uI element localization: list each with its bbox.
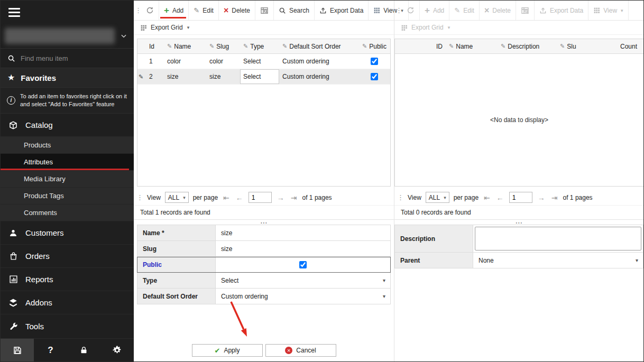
column-header-count[interactable]: Count (601, 39, 643, 53)
app-window: ★ Favorites i To add an item to favorite… (0, 0, 644, 362)
next-page-button[interactable]: → (537, 194, 546, 201)
sidebar-bottom-settings[interactable] (100, 339, 134, 361)
edit-button[interactable]: ✎ Edit (189, 1, 219, 20)
export-icon (319, 7, 327, 14)
table-row-selected[interactable]: ✎ 2 size size Select Custom ordering (137, 69, 390, 85)
refresh-button-disabled[interactable] (402, 1, 420, 20)
caret-down-icon: ▾ (383, 293, 385, 299)
sidebar-item-reports[interactable]: Reports (1, 268, 134, 291)
sidebar-item-tools[interactable]: Tools (1, 314, 134, 338)
toolbar-drag-handle[interactable]: ⋮ (396, 1, 402, 20)
add-button[interactable]: + Add (159, 1, 189, 20)
sort-field-value: Custom ordering (221, 293, 268, 300)
column-header-type[interactable]: ✎Type (240, 39, 279, 53)
sidebar-item-products[interactable]: Products (1, 137, 134, 154)
page-number-input[interactable] (249, 192, 272, 203)
add-button-disabled[interactable]: + Add (420, 1, 449, 20)
sidebar-item-customers[interactable]: Customers (1, 221, 134, 245)
public-checkbox[interactable] (371, 58, 378, 65)
pencil-icon: ✎ (243, 43, 248, 49)
next-page-button[interactable]: → (276, 194, 286, 201)
addons-label: Addons (25, 298, 52, 307)
column-header-slug[interactable]: ✎Slu (557, 39, 601, 53)
page-size-select[interactable]: ALL ▾ (426, 192, 449, 203)
type-cell-editor[interactable]: Select (240, 69, 279, 84)
sort-field-dropdown[interactable]: Custom ordering ▾ (216, 289, 390, 304)
column-header-slug[interactable]: ✎Slug (206, 39, 240, 53)
of-pages-label: of 1 pages (302, 194, 332, 201)
toolbar-drag-handle[interactable]: ⋮ (135, 1, 141, 20)
slug-field[interactable]: size (216, 241, 390, 256)
column-header-default-sort-order[interactable]: ✎Default Sort Order (279, 39, 358, 53)
first-page-button[interactable]: ⇤ (222, 194, 231, 201)
search-button[interactable]: Search (274, 1, 315, 20)
form-row-name: Name * size (137, 225, 391, 241)
pager-drag-handle[interactable]: ⋮ (398, 193, 403, 201)
sidebar-bottom-lock[interactable] (67, 339, 100, 361)
name-field[interactable]: size (216, 225, 390, 240)
table-search-icon (521, 6, 529, 15)
panel-splitter-handle[interactable]: ⋯ (394, 220, 643, 225)
export-icon (539, 7, 547, 14)
last-page-button[interactable]: ⇥ (290, 194, 298, 201)
column-header-name[interactable]: ✎Name (446, 39, 498, 53)
column-header-id[interactable]: ID (395, 39, 446, 53)
sidebar-bottom-save[interactable] (1, 339, 34, 361)
column-header-id[interactable]: Id (146, 39, 164, 53)
column-header-description[interactable]: ✎Description (498, 39, 557, 53)
column-header-name[interactable]: ✎Name (164, 39, 206, 53)
sidebar-item-catalog[interactable]: Catalog (1, 114, 134, 137)
floppy-icon (13, 346, 22, 355)
type-field-dropdown[interactable]: Select ▾ (216, 273, 390, 288)
page-size-select[interactable]: ALL ▾ (165, 192, 189, 203)
sidebar: ★ Favorites i To add an item to favorite… (1, 1, 134, 361)
prev-page-button[interactable]: ← (235, 194, 244, 201)
export-grid-label: Export Grid (151, 24, 183, 31)
public-checkbox[interactable] (371, 73, 378, 80)
refresh-button[interactable] (141, 1, 159, 20)
hamburger-menu-icon[interactable] (8, 6, 20, 19)
prev-page-button[interactable]: ← (495, 194, 505, 201)
favorites-header[interactable]: ★ Favorites (1, 68, 134, 87)
delete-button-disabled[interactable]: × Delete (480, 1, 516, 20)
description-field[interactable] (473, 225, 643, 252)
cell-type-editing[interactable]: Select (240, 69, 279, 84)
panel-splitter-handle[interactable]: ⋯ (134, 220, 394, 225)
edit-button-disabled[interactable]: ✎ Edit (449, 1, 480, 20)
last-page-button[interactable]: ⇥ (550, 194, 559, 201)
table-row[interactable]: 1 color color Select Custom ordering (137, 54, 390, 69)
pager-drag-handle[interactable]: ⋮ (137, 193, 143, 201)
sidebar-item-addons[interactable]: Addons (1, 291, 134, 314)
parent-field-dropdown[interactable]: None ▾ (473, 253, 643, 268)
sidebar-bottom-help[interactable]: ? (34, 339, 67, 361)
export-grid-button-disabled[interactable]: Export Grid ▾ (394, 21, 643, 35)
menu-search (1, 48, 134, 68)
public-field (216, 257, 390, 272)
sidebar-item-media-library[interactable]: Media Library (1, 171, 134, 188)
delete-button[interactable]: × Delete (219, 1, 255, 20)
view-button-disabled[interactable]: View ▾ (588, 1, 628, 20)
edit-label: Edit (203, 7, 214, 14)
export-data-button-disabled[interactable]: Export Data (535, 1, 588, 20)
cell-id: 2 (146, 69, 164, 84)
column-header-public[interactable]: ✎Public (358, 39, 390, 53)
description-textarea[interactable] (475, 227, 641, 250)
cancel-button[interactable]: × Cancel (265, 344, 336, 357)
sidebar-item-product-tags[interactable]: Product Tags (1, 188, 134, 205)
first-page-button[interactable]: ⇤ (483, 194, 491, 201)
description-header-label: Description (508, 43, 539, 50)
menu-search-input[interactable] (21, 54, 127, 62)
export-grid-button[interactable]: Export Grid ▾ (134, 21, 394, 35)
sidebar-item-attributes[interactable]: Attributes (1, 154, 134, 171)
grid-filter-button[interactable] (255, 1, 274, 20)
sidebar-item-comments[interactable]: Comments (1, 205, 134, 221)
grid-filter-button-disabled[interactable] (516, 1, 535, 20)
orders-icon (8, 252, 19, 261)
page-number-input[interactable] (509, 192, 532, 203)
apply-button[interactable]: ✔ Apply (192, 344, 263, 357)
chevron-down-icon[interactable] (120, 32, 127, 40)
pencil-icon: ✎ (501, 43, 505, 49)
sidebar-item-orders[interactable]: Orders (1, 245, 134, 268)
export-data-button[interactable]: Export Data (315, 1, 369, 20)
public-field-checkbox[interactable] (299, 261, 307, 268)
